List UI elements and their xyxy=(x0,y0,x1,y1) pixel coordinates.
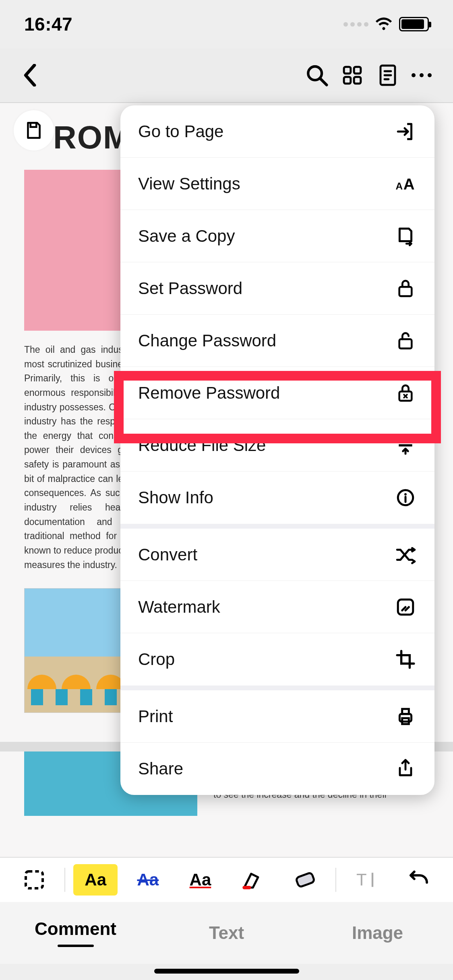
status-right xyxy=(343,15,429,33)
battery-icon xyxy=(399,17,429,31)
menu-convert[interactable]: Convert xyxy=(120,529,434,581)
go-to-page-icon xyxy=(394,120,417,143)
tab-image[interactable]: Image xyxy=(302,923,453,943)
menu-crop[interactable]: Crop xyxy=(120,633,434,686)
menu-share[interactable]: Share xyxy=(120,743,434,795)
text-size-icon: AA xyxy=(394,173,417,195)
svg-rect-27 xyxy=(296,872,314,887)
menu-label: Set Password xyxy=(138,279,242,298)
lock-open-icon xyxy=(394,329,417,352)
menu-watermark[interactable]: Watermark xyxy=(120,581,434,633)
menu-show-info[interactable]: Show Info xyxy=(120,471,434,524)
share-icon xyxy=(394,758,417,780)
home-indicator[interactable] xyxy=(154,969,299,974)
menu-separator xyxy=(120,686,434,690)
svg-rect-3 xyxy=(354,67,361,74)
svg-line-1 xyxy=(320,78,327,85)
menu-label: Watermark xyxy=(138,597,220,617)
lock-remove-icon xyxy=(394,382,417,404)
menu-label: Share xyxy=(138,759,183,778)
thumbnails-button[interactable] xyxy=(335,58,370,93)
text-tool-label: T xyxy=(356,870,367,889)
strikethrough-tool[interactable]: Aa xyxy=(126,864,170,896)
more-button[interactable] xyxy=(405,58,438,93)
lock-icon xyxy=(394,277,417,300)
svg-rect-13 xyxy=(399,287,412,296)
cellular-dots-icon xyxy=(343,22,368,27)
highlight-tool[interactable]: Aa xyxy=(73,864,118,896)
svg-text:A: A xyxy=(403,175,415,193)
info-icon xyxy=(394,486,417,509)
menu-label: Remove Password xyxy=(138,383,280,403)
svg-rect-10 xyxy=(31,123,37,127)
menu-label: Go to Page xyxy=(138,122,223,141)
mode-tabs: Comment Text Image xyxy=(0,902,453,964)
menu-label: Convert xyxy=(138,545,197,564)
more-menu: Go to Page View Settings AA Save a Copy … xyxy=(120,105,434,795)
menu-change-password[interactable]: Change Password xyxy=(120,315,434,367)
status-bar: 16:47 xyxy=(0,0,453,48)
menu-print[interactable]: Print xyxy=(120,690,434,743)
menu-remove-password[interactable]: Remove Password xyxy=(120,367,434,419)
compress-icon xyxy=(394,434,417,457)
crop-icon xyxy=(394,648,417,671)
topbar xyxy=(0,48,453,102)
menu-view-settings[interactable]: View Settings AA xyxy=(120,158,434,210)
back-button[interactable] xyxy=(15,61,43,89)
svg-rect-4 xyxy=(344,77,351,84)
menu-go-to-page[interactable]: Go to Page xyxy=(120,105,434,158)
shuffle-icon xyxy=(394,544,417,566)
menu-reduce-file-size[interactable]: Reduce File Size xyxy=(120,419,434,471)
menu-separator xyxy=(120,524,434,529)
toolbar-divider xyxy=(64,868,65,892)
annotation-toolbar: Aa Aa Aa T xyxy=(0,857,453,902)
svg-rect-2 xyxy=(344,67,351,74)
tab-label: Text xyxy=(209,923,244,943)
save-floating-button[interactable] xyxy=(14,110,54,150)
underline-label: Aa xyxy=(190,870,211,889)
underline-tool[interactable]: Aa xyxy=(178,864,222,896)
selection-tool[interactable] xyxy=(12,864,56,896)
svg-text:A: A xyxy=(396,181,403,191)
tab-label: Image xyxy=(352,923,403,943)
menu-set-password[interactable]: Set Password xyxy=(120,262,434,315)
toolbar-divider xyxy=(335,868,336,892)
menu-label: View Settings xyxy=(138,174,240,194)
menu-label: Reduce File Size xyxy=(138,436,266,455)
menu-label: Crop xyxy=(138,650,175,669)
status-time: 16:47 xyxy=(24,13,72,35)
outline-button[interactable] xyxy=(370,58,405,93)
text-tool[interactable]: T xyxy=(344,864,389,896)
menu-label: Change Password xyxy=(138,331,276,350)
svg-rect-14 xyxy=(399,339,412,348)
eraser-tool[interactable] xyxy=(283,864,327,896)
menu-label: Save a Copy xyxy=(138,226,235,246)
menu-label: Show Info xyxy=(138,488,213,507)
marker-tool[interactable] xyxy=(231,864,275,896)
svg-point-18 xyxy=(404,493,407,496)
watermark-icon xyxy=(394,596,417,618)
tab-comment[interactable]: Comment xyxy=(0,919,151,947)
undo-button[interactable] xyxy=(397,864,441,896)
menu-save-copy[interactable]: Save a Copy xyxy=(120,210,434,262)
menu-label: Print xyxy=(138,707,173,726)
svg-rect-26 xyxy=(26,871,43,888)
tab-text[interactable]: Text xyxy=(151,923,302,943)
tab-label: Comment xyxy=(35,919,116,939)
print-icon xyxy=(394,705,417,728)
save-copy-icon xyxy=(394,225,417,247)
svg-rect-5 xyxy=(354,77,361,84)
wifi-icon xyxy=(375,15,393,33)
search-button[interactable] xyxy=(299,58,335,93)
svg-rect-24 xyxy=(402,709,409,714)
